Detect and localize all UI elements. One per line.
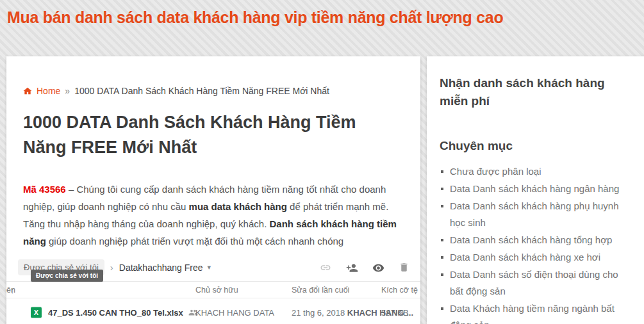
file-size: 587 KB	[381, 308, 409, 318]
category-item[interactable]: Data Danh sách khách hàng ngân hàng	[440, 181, 632, 197]
breadcrumb-current: 1000 DATA Danh Sách Khách Hàng Tiềm Năng…	[74, 86, 329, 96]
drive-folder-label: Datakhachhang Free	[119, 263, 203, 273]
drive-actions	[320, 262, 410, 273]
breadcrumb: Home » 1000 DATA Danh Sách Khách Hàng Ti…	[6, 56, 420, 96]
drive-table-header: ên↑ Chủ sở hữu Sửa đổi lần cuối Kích cỡ …	[6, 282, 420, 298]
article-intro: Mã 43566 – Chúng tôi cung cấp danh sách …	[23, 181, 404, 250]
drive-embed: Được chia sẻ với tôi › Datakhachhang Fre…	[6, 254, 420, 324]
column-header-modified[interactable]: Sửa đổi lần cuối	[292, 286, 349, 295]
category-item[interactable]: Data Danh sách khách hàng xe hơi	[440, 249, 632, 266]
site-title: Mua bán danh sách data khách hàng vip ti…	[7, 8, 503, 27]
column-header-owner[interactable]: Chủ sở hữu	[195, 286, 238, 295]
column-header-size[interactable]: Kích cỡ tệ	[381, 286, 418, 295]
category-item[interactable]: Data Danh sách khách hàng phụ huynh học …	[440, 198, 632, 231]
spreadsheet-icon: X	[31, 307, 42, 318]
link-icon[interactable]	[320, 262, 331, 273]
product-code: Mã 43566	[23, 184, 66, 195]
trash-icon[interactable]	[399, 262, 410, 273]
file-row[interactable]: X 47_DS 1.450 CAN THO_80 Tel.xlsx KHACH …	[6, 298, 420, 324]
category-item[interactable]: Data Danh sách số điện thoại dùng cho bấ…	[440, 266, 632, 300]
category-item[interactable]: Chưa được phân loại	[440, 163, 632, 180]
intro-bold-1: mua data khách hàng	[189, 201, 287, 212]
home-icon	[23, 86, 32, 95]
file-modified-date: 21 thg 6, 2018	[292, 308, 345, 318]
drive-breadcrumb-separator-icon: ›	[110, 262, 113, 273]
page-title: 1000 DATA Danh Sách Khách Hàng Tiềm Năng…	[23, 110, 404, 160]
category-item[interactable]: Data Khách hàng tiềm năng ngành bất động…	[440, 300, 632, 324]
sidebar: Nhận danh sách khách hàng miễn phí Chuyê…	[427, 56, 644, 324]
sidebar-optin-title: Nhận danh sách khách hàng miễn phí	[440, 74, 616, 110]
preview-eye-icon[interactable]	[372, 262, 384, 273]
category-item[interactable]: Data Danh sách khách hàng tổng hợp	[440, 232, 632, 248]
sidebar-categories-title: Chuyên mục	[440, 137, 616, 155]
drive-breadcrumb-folder[interactable]: Datakhachhang Free ▾	[119, 263, 211, 273]
file-owner: KHACH HANG DATA	[195, 308, 274, 318]
breadcrumb-home-link[interactable]: Home	[37, 86, 60, 96]
category-list: Chưa được phân loại Data Danh sách khách…	[440, 163, 640, 324]
add-person-icon[interactable]	[346, 262, 358, 273]
tooltip: Được chia sẻ với tôi	[31, 270, 103, 282]
sort-ascending-icon: ↑	[10, 285, 15, 295]
file-name: 47_DS 1.450 CAN THO_80 Tel.xlsx	[48, 308, 183, 318]
article-card: Home » 1000 DATA Danh Sách Khách Hàng Ti…	[6, 56, 420, 324]
chevron-down-icon: ▾	[208, 263, 211, 271]
intro-text-3: giúp doanh nghiệp phát triển vượt mặt đố…	[46, 236, 343, 247]
breadcrumb-separator: »	[65, 86, 70, 96]
